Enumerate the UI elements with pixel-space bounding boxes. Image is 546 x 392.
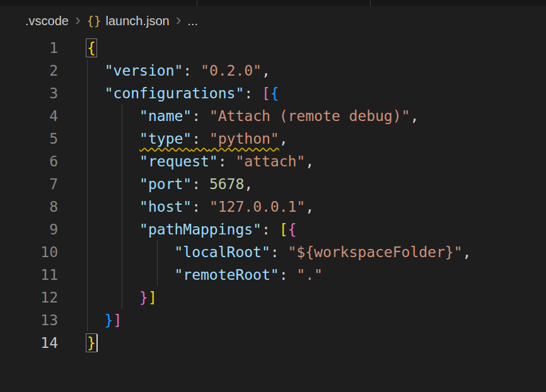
indent-guide [87,150,88,173]
line-content[interactable]: "remoteRoot": "." [87,263,546,286]
code-token: , [462,244,471,260]
indent-guide [87,263,88,286]
breadcrumb-folder[interactable]: .vscode [25,14,69,28]
line-number[interactable]: 1 [0,37,58,59]
code-token: "pathMappings" [139,221,262,238]
line-content[interactable]: "type": "python", [87,127,546,150]
code-token: } [105,312,113,328]
breadcrumb-more[interactable]: ... [187,14,198,28]
code-token: : [192,199,209,215]
code-line: 6 "request": "attach", [0,150,546,173]
indent-spaces [87,62,105,79]
code-token: [ [279,221,288,238]
code-token: "configurations" [105,85,245,101]
code-token: : [192,130,209,147]
code-line: 13 }] [0,309,546,331]
tab-bar-edge [0,0,546,6]
chevron-right-icon: › [176,13,182,26]
line-number[interactable]: 5 [0,127,58,150]
code-line: 8 "host": "127.0.0.1", [0,195,546,218]
code-token: "0.2.0" [200,62,262,79]
line-content[interactable]: "host": "127.0.0.1", [87,195,546,218]
indent-guide [122,127,122,150]
tab-divider [370,0,371,6]
line-number[interactable]: 8 [0,195,58,218]
indent-guide [122,105,122,127]
code-token: "attach" [235,153,305,170]
indent-spaces [87,312,105,328]
code-token: "Attach (remote debug)" [209,108,410,124]
indent-guide [87,241,88,263]
text-cursor [96,334,98,352]
line-content[interactable]: "configurations": [{ [87,82,546,105]
indent-guide [87,105,88,127]
indent-guide [122,150,122,173]
line-content[interactable]: "localRoot": "${workspaceFolder}", [87,241,546,263]
code-token: "remoteRoot" [174,267,279,283]
code-line: 4 "name": "Attach (remote debug)", [0,105,546,127]
code-token: , [305,199,314,215]
indent-spaces [87,289,139,306]
line-content[interactable]: }] [87,286,546,309]
editor-lines: 1{2 "version": "0.2.0",3 "configurations… [0,37,546,354]
matched-bracket: { [87,40,96,56]
line-number[interactable]: 12 [0,286,58,309]
warning-squiggle: "type": "python" [139,130,279,147]
indent-guide [87,286,88,309]
line-content[interactable]: }] [87,309,546,331]
line-number[interactable]: 2 [0,59,58,82]
code-line: 3 "configurations": [{ [0,82,546,105]
line-number[interactable]: 14 [0,331,58,354]
editor[interactable]: 1{2 "version": "0.2.0",3 "configurations… [0,35,546,354]
code-token: "python" [209,130,279,147]
code-line: 1{ [0,37,546,59]
indent-spaces [87,199,139,215]
json-braces-icon: {} [87,14,102,28]
line-number[interactable]: 10 [0,241,58,263]
line-number[interactable]: 3 [0,82,58,105]
code-token: 5678 [209,176,244,192]
chevron-right-icon: › [75,13,81,26]
code-line: 2 "version": "0.2.0", [0,59,546,82]
line-number[interactable]: 11 [0,263,58,286]
line-number[interactable]: 13 [0,309,58,331]
breadcrumb-file-label: launch.json [106,14,170,28]
indent-guide [122,263,122,286]
matched-bracket: } [87,335,96,351]
indent-spaces [87,176,139,192]
indent-guide [87,195,88,218]
line-number[interactable]: 7 [0,173,58,195]
code-token: "port" [139,176,192,192]
line-number[interactable]: 4 [0,105,58,127]
line-content[interactable]: { [87,37,546,59]
indent-spaces [87,153,139,170]
code-token: "${workspaceFolder}" [288,244,463,260]
line-number[interactable]: 9 [0,218,58,241]
code-token: : [244,85,262,101]
line-content[interactable]: "name": "Attach (remote debug)", [87,105,546,127]
line-number[interactable]: 6 [0,150,58,173]
code-token: "host" [139,199,192,215]
code-token: : [192,108,209,124]
code-line: 10 "localRoot": "${workspaceFolder}", [0,241,546,263]
code-token: , [279,130,288,147]
code-token: "127.0.0.1" [209,199,305,215]
indent-guide [122,173,122,195]
indent-spaces [87,244,174,260]
code-token: } [139,289,148,306]
code-token: , [410,108,419,124]
line-content[interactable]: "port": 5678, [87,173,546,195]
code-token: : [270,244,288,260]
code-token: : [262,221,279,238]
line-content[interactable]: "request": "attach", [87,150,546,173]
indent-spaces [87,221,139,238]
line-content[interactable]: "pathMappings": [{ [87,218,546,241]
line-content[interactable]: } [87,331,546,354]
line-content[interactable]: "version": "0.2.0", [87,59,546,82]
code-token: "version" [105,62,183,79]
code-token: , [244,176,253,192]
breadcrumb: .vscode › {} launch.json › ... [0,6,546,35]
code-token: { [288,221,297,238]
indent-guide [122,241,122,263]
breadcrumb-file[interactable]: {} launch.json [87,14,170,28]
